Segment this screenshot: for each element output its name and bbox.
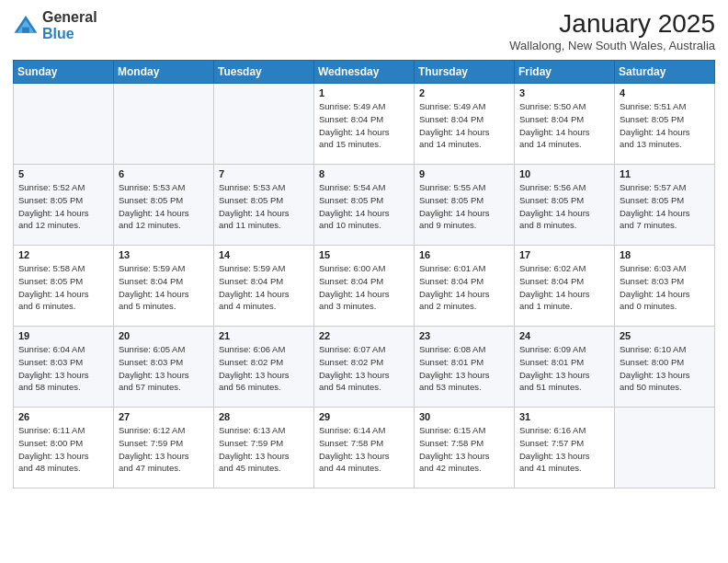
calendar-cell: 21Sunrise: 6:06 AM Sunset: 8:02 PM Dayli… — [214, 327, 314, 408]
location: Wallalong, New South Wales, Australia — [509, 39, 715, 52]
day-number: 28 — [219, 411, 309, 422]
day-info: Sunrise: 5:49 AM Sunset: 8:04 PM Dayligh… — [319, 100, 409, 151]
day-info: Sunrise: 6:10 AM Sunset: 8:00 PM Dayligh… — [620, 343, 710, 394]
calendar-cell: 27Sunrise: 6:12 AM Sunset: 7:59 PM Dayli… — [114, 408, 214, 488]
day-number: 1 — [319, 87, 409, 98]
calendar-cell: 14Sunrise: 5:59 AM Sunset: 8:04 PM Dayli… — [214, 246, 314, 327]
day-number: 5 — [18, 168, 108, 179]
day-number: 18 — [620, 249, 710, 260]
day-info: Sunrise: 5:59 AM Sunset: 8:04 PM Dayligh… — [219, 262, 309, 313]
day-number: 22 — [319, 330, 409, 341]
day-number: 13 — [119, 249, 209, 260]
col-header-wednesday: Wednesday — [314, 61, 415, 84]
logo-text: General Blue — [42, 9, 97, 41]
day-number: 20 — [119, 330, 209, 341]
calendar-cell: 8Sunrise: 5:54 AM Sunset: 8:05 PM Daylig… — [314, 165, 415, 246]
day-info: Sunrise: 5:50 AM Sunset: 8:04 PM Dayligh… — [519, 100, 609, 151]
calendar-header-row: SundayMondayTuesdayWednesdayThursdayFrid… — [14, 61, 715, 84]
calendar-week-1: 1Sunrise: 5:49 AM Sunset: 8:04 PM Daylig… — [14, 84, 715, 165]
day-number: 29 — [319, 411, 409, 422]
col-header-tuesday: Tuesday — [214, 61, 314, 84]
calendar-cell — [615, 408, 715, 488]
day-info: Sunrise: 6:06 AM Sunset: 8:02 PM Dayligh… — [219, 343, 309, 394]
logo: General Blue — [13, 9, 97, 41]
day-number: 26 — [18, 411, 108, 422]
col-header-saturday: Saturday — [615, 61, 715, 84]
day-number: 2 — [419, 87, 509, 98]
day-number: 14 — [219, 249, 309, 260]
calendar-cell: 12Sunrise: 5:58 AM Sunset: 8:05 PM Dayli… — [14, 246, 114, 327]
calendar-cell: 22Sunrise: 6:07 AM Sunset: 8:02 PM Dayli… — [314, 327, 415, 408]
day-info: Sunrise: 5:56 AM Sunset: 8:05 PM Dayligh… — [519, 181, 609, 232]
calendar-cell: 31Sunrise: 6:16 AM Sunset: 7:57 PM Dayli… — [515, 408, 615, 488]
day-number: 16 — [419, 249, 509, 260]
calendar-week-5: 26Sunrise: 6:11 AM Sunset: 8:00 PM Dayli… — [14, 408, 715, 488]
calendar-cell: 15Sunrise: 6:00 AM Sunset: 8:04 PM Dayli… — [314, 246, 415, 327]
col-header-sunday: Sunday — [14, 61, 114, 84]
day-info: Sunrise: 6:01 AM Sunset: 8:04 PM Dayligh… — [419, 262, 509, 313]
col-header-friday: Friday — [515, 61, 615, 84]
day-info: Sunrise: 6:15 AM Sunset: 7:58 PM Dayligh… — [419, 424, 509, 475]
day-number: 3 — [519, 87, 609, 98]
day-info: Sunrise: 6:04 AM Sunset: 8:03 PM Dayligh… — [18, 343, 108, 394]
svg-rect-2 — [22, 27, 29, 32]
calendar-cell — [214, 84, 314, 165]
calendar-cell: 19Sunrise: 6:04 AM Sunset: 8:03 PM Dayli… — [14, 327, 114, 408]
day-number: 6 — [119, 168, 209, 179]
calendar-cell: 18Sunrise: 6:03 AM Sunset: 8:03 PM Dayli… — [615, 246, 715, 327]
calendar-cell: 13Sunrise: 5:59 AM Sunset: 8:04 PM Dayli… — [114, 246, 214, 327]
day-info: Sunrise: 6:07 AM Sunset: 8:02 PM Dayligh… — [319, 343, 409, 394]
day-info: Sunrise: 5:57 AM Sunset: 8:05 PM Dayligh… — [620, 181, 710, 232]
calendar-cell: 29Sunrise: 6:14 AM Sunset: 7:58 PM Dayli… — [314, 408, 415, 488]
day-number: 8 — [319, 168, 409, 179]
calendar-cell: 20Sunrise: 6:05 AM Sunset: 8:03 PM Dayli… — [114, 327, 214, 408]
calendar-cell: 10Sunrise: 5:56 AM Sunset: 8:05 PM Dayli… — [515, 165, 615, 246]
logo-icon — [13, 13, 39, 39]
day-info: Sunrise: 6:00 AM Sunset: 8:04 PM Dayligh… — [319, 262, 409, 313]
title-block: January 2025 Wallalong, New South Wales,… — [509, 9, 715, 52]
calendar-cell: 24Sunrise: 6:09 AM Sunset: 8:01 PM Dayli… — [515, 327, 615, 408]
header: General Blue January 2025 Wallalong, New… — [13, 9, 715, 52]
day-number: 7 — [219, 168, 309, 179]
calendar-cell: 26Sunrise: 6:11 AM Sunset: 8:00 PM Dayli… — [14, 408, 114, 488]
calendar-table: SundayMondayTuesdayWednesdayThursdayFrid… — [13, 60, 715, 488]
day-number: 17 — [519, 249, 609, 260]
day-info: Sunrise: 5:58 AM Sunset: 8:05 PM Dayligh… — [18, 262, 108, 313]
day-info: Sunrise: 6:13 AM Sunset: 7:59 PM Dayligh… — [219, 424, 309, 475]
day-info: Sunrise: 6:16 AM Sunset: 7:57 PM Dayligh… — [519, 424, 609, 475]
calendar-cell: 17Sunrise: 6:02 AM Sunset: 8:04 PM Dayli… — [515, 246, 615, 327]
day-number: 27 — [119, 411, 209, 422]
calendar-cell: 4Sunrise: 5:51 AM Sunset: 8:05 PM Daylig… — [615, 84, 715, 165]
logo-blue-text: Blue — [42, 26, 97, 42]
day-info: Sunrise: 5:53 AM Sunset: 8:05 PM Dayligh… — [219, 181, 309, 232]
day-info: Sunrise: 6:14 AM Sunset: 7:58 PM Dayligh… — [319, 424, 409, 475]
calendar-cell: 6Sunrise: 5:53 AM Sunset: 8:05 PM Daylig… — [114, 165, 214, 246]
calendar-cell: 1Sunrise: 5:49 AM Sunset: 8:04 PM Daylig… — [314, 84, 415, 165]
day-info: Sunrise: 5:55 AM Sunset: 8:05 PM Dayligh… — [419, 181, 509, 232]
calendar-cell: 23Sunrise: 6:08 AM Sunset: 8:01 PM Dayli… — [415, 327, 515, 408]
calendar-cell — [114, 84, 214, 165]
calendar-cell: 7Sunrise: 5:53 AM Sunset: 8:05 PM Daylig… — [214, 165, 314, 246]
calendar-cell: 25Sunrise: 6:10 AM Sunset: 8:00 PM Dayli… — [615, 327, 715, 408]
calendar-cell — [14, 84, 114, 165]
calendar-cell: 11Sunrise: 5:57 AM Sunset: 8:05 PM Dayli… — [615, 165, 715, 246]
calendar-week-2: 5Sunrise: 5:52 AM Sunset: 8:05 PM Daylig… — [14, 165, 715, 246]
day-number: 21 — [219, 330, 309, 341]
day-number: 25 — [620, 330, 710, 341]
day-info: Sunrise: 6:11 AM Sunset: 8:00 PM Dayligh… — [18, 424, 108, 475]
calendar-cell: 16Sunrise: 6:01 AM Sunset: 8:04 PM Dayli… — [415, 246, 515, 327]
calendar-week-4: 19Sunrise: 6:04 AM Sunset: 8:03 PM Dayli… — [14, 327, 715, 408]
day-info: Sunrise: 6:05 AM Sunset: 8:03 PM Dayligh… — [119, 343, 209, 394]
day-number: 30 — [419, 411, 509, 422]
day-number: 24 — [519, 330, 609, 341]
day-number: 10 — [519, 168, 609, 179]
col-header-thursday: Thursday — [415, 61, 515, 84]
day-info: Sunrise: 5:51 AM Sunset: 8:05 PM Dayligh… — [620, 100, 710, 151]
calendar-week-3: 12Sunrise: 5:58 AM Sunset: 8:05 PM Dayli… — [14, 246, 715, 327]
day-info: Sunrise: 6:03 AM Sunset: 8:03 PM Dayligh… — [620, 262, 710, 313]
day-info: Sunrise: 5:53 AM Sunset: 8:05 PM Dayligh… — [119, 181, 209, 232]
day-info: Sunrise: 6:02 AM Sunset: 8:04 PM Dayligh… — [519, 262, 609, 313]
col-header-monday: Monday — [114, 61, 214, 84]
day-info: Sunrise: 5:52 AM Sunset: 8:05 PM Dayligh… — [18, 181, 108, 232]
month-title: January 2025 — [509, 9, 715, 39]
